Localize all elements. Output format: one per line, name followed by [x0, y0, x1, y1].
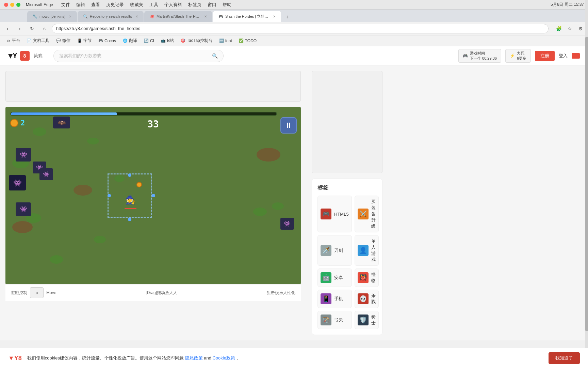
- address-bar[interactable]: https://zh.y8.com/games/slash_the_hordes: [52, 24, 549, 33]
- monster-3: 👾: [9, 175, 26, 190]
- bookmark-docs[interactable]: 📄文档工具: [24, 37, 52, 44]
- search-icon[interactable]: 🔍: [212, 53, 218, 59]
- tags-title: 标签: [317, 184, 377, 191]
- privacy-policy-link[interactable]: 隐私政策: [185, 355, 203, 361]
- register-button[interactable]: 注册: [535, 51, 555, 61]
- language-flag[interactable]: [572, 53, 580, 59]
- power-label: 力死6更多: [517, 51, 526, 61]
- close-tab-game[interactable]: ✕: [273, 15, 276, 18]
- menu-window[interactable]: 窗口: [208, 2, 216, 8]
- monster-6: 👾: [280, 218, 294, 230]
- bookmark-cocos[interactable]: 🎮Cocos: [96, 38, 119, 44]
- cookie-accept-button[interactable]: 我知道了: [549, 352, 580, 364]
- dirt-3: [74, 185, 92, 196]
- tags-section: 标签 🎮 HTML5 ⚔️ 买装备升级 🗡️ 刀剑 👤 单人游戏: [312, 179, 382, 335]
- minimize-dot[interactable]: [10, 3, 14, 7]
- cookie-text: 我们使用cookies建议内容，统计流量、个性化投放广告。使用这个网站您即同意 …: [27, 355, 543, 361]
- tag-html5[interactable]: 🎮 HTML5: [317, 196, 352, 232]
- forward-button[interactable]: ›: [15, 24, 24, 33]
- tab-game[interactable]: 🎮 Slash the Hordes | 立即免... ✕: [213, 11, 281, 22]
- tag-monster[interactable]: 👹 怪物: [355, 269, 379, 287]
- schedule-icon: 🎮: [463, 53, 468, 58]
- close-dot[interactable]: [4, 3, 8, 7]
- game-container[interactable]: 🦇 👾 👾 👾 👾 👾 👾 🧙: [5, 107, 301, 284]
- tag-knight-icon: 🛡️: [358, 315, 369, 325]
- login-button[interactable]: 登入: [559, 53, 568, 59]
- settings-button[interactable]: ⚙: [576, 24, 585, 33]
- close-tab-jenkins[interactable]: ✕: [69, 15, 71, 18]
- site-tab-label[interactable]: 策戏: [34, 53, 43, 59]
- search-placeholder: 搜索我们的9万款游戏: [59, 53, 101, 59]
- grass-8: [272, 202, 284, 210]
- tab-jenkins[interactable]: 🔧 mowu [Jenkins] ✕: [27, 11, 77, 22]
- monster-flying: 🦇: [53, 117, 70, 128]
- menu-edit[interactable]: 编辑: [76, 2, 85, 8]
- menu-bar: 文件 编辑 查看 历史记录 收藏夹 工具 个人资料 标签页 窗口 帮助: [61, 2, 231, 8]
- extensions-button[interactable]: 🧩: [554, 24, 564, 33]
- favorites-button[interactable]: ☆: [565, 24, 574, 33]
- bookmark-todo[interactable]: ✅TODO: [236, 38, 259, 44]
- tab-github[interactable]: 🐙 MartinKral/Slash-The-Hordes: ✕: [144, 11, 212, 22]
- tag-mobile-icon: 📱: [321, 293, 331, 304]
- cookie-end: 。: [236, 355, 241, 361]
- tag-equipment-icon: ⚔️: [358, 209, 369, 219]
- dirt-2: [12, 221, 33, 233]
- cookie-text-main: 我们使用cookies建议内容，统计流量、个性化投放广告。使用这个网站您即同意: [27, 355, 184, 361]
- power-icon: ⚡: [510, 53, 515, 58]
- bookmark-platform[interactable]: 🗂平台: [4, 37, 23, 44]
- power-button[interactable]: ⚡ 力死6更多: [505, 49, 531, 63]
- tag-kill-icon: 💀: [358, 293, 369, 304]
- tag-kill-label: 杀戮: [371, 293, 376, 305]
- tag-bow[interactable]: 🏹 弓矢: [317, 311, 352, 329]
- tag-knight[interactable]: 🛡️ 骑士: [355, 311, 379, 329]
- bookmark-taotap[interactable]: 🎯TaoTap控制台: [178, 37, 215, 44]
- monster-1: 👾: [16, 148, 31, 162]
- bookmarks-bar: 🗂平台 📄文档工具 💬微信 📱字节 🎮Cocos 🌐翻译 🔄CI 📺B站 🎯Ta…: [0, 35, 588, 46]
- url-text: https://zh.y8.com/games/slash_the_hordes: [56, 26, 140, 31]
- new-tab-button[interactable]: +: [282, 12, 292, 22]
- tag-single[interactable]: 👤 单人游戏: [355, 235, 379, 266]
- tag-kill[interactable]: 💀 杀戮: [355, 290, 379, 308]
- site-logo[interactable]: ▼Y 8 策戏: [8, 51, 43, 61]
- window-controls[interactable]: [4, 3, 20, 7]
- game-controls-bar: 遊戲控制 ⊕ Move [Drag]拖动放大人 狙击娱乐人性化: [5, 284, 301, 301]
- close-tab-repo[interactable]: ✕: [135, 15, 138, 18]
- page-scrollbar[interactable]: [585, 0, 588, 368]
- bookmark-ci[interactable]: 🔄CI: [141, 38, 157, 44]
- search-bar[interactable]: 搜索我们的9万款游戏 🔍: [53, 50, 224, 62]
- menu-tabs[interactable]: 标签页: [188, 2, 201, 8]
- cookie-policy-link[interactable]: Cookie政策: [212, 355, 235, 361]
- tag-mobile[interactable]: 📱 手机: [317, 290, 352, 308]
- bookmark-font[interactable]: 🔤font: [216, 38, 235, 44]
- tag-android[interactable]: 🤖 安卓: [317, 269, 352, 287]
- menu-help[interactable]: 帮助: [223, 2, 231, 8]
- menu-history[interactable]: 历史记录: [106, 2, 124, 8]
- menu-profile[interactable]: 个人资料: [164, 2, 182, 8]
- tag-mobile-label: 手机: [334, 296, 343, 302]
- menu-favorites[interactable]: 收藏夹: [130, 2, 143, 8]
- datetime: 5月6日 周二 15:37: [551, 2, 584, 7]
- share-label: 狙击娱乐人性化: [267, 290, 295, 296]
- tag-equipment[interactable]: ⚔️ 买装备升级: [355, 196, 379, 232]
- tag-sword[interactable]: 🗡️ 刀剑: [317, 235, 352, 266]
- drag-label: [Drag]拖动放大人: [146, 290, 177, 296]
- game-schedule-button[interactable]: 🎮 游戏时间下一个 00:29:36: [458, 49, 501, 63]
- bookmark-wechat[interactable]: 💬微信: [53, 37, 73, 44]
- bookmark-translate[interactable]: 🌐翻译: [120, 37, 140, 44]
- bookmark-byte[interactable]: 📱字节: [75, 37, 94, 44]
- maximize-dot[interactable]: [16, 3, 20, 7]
- cookie-logo: ▼Y8: [8, 355, 22, 362]
- range-dot-left: [108, 194, 111, 197]
- bookmark-bilibili[interactable]: 📺B站: [158, 37, 177, 44]
- menu-tools[interactable]: 工具: [149, 2, 158, 8]
- refresh-button[interactable]: ↻: [27, 24, 37, 33]
- range-dot-right: [152, 194, 155, 197]
- titlebar: Microsoft Edge 文件 编辑 查看 历史记录 收藏夹 工具 个人资料…: [0, 0, 588, 10]
- close-tab-github[interactable]: ✕: [204, 15, 207, 18]
- tab-repo[interactable]: 🔍 Repository search results ✕: [78, 11, 144, 22]
- menu-view[interactable]: 查看: [91, 2, 100, 8]
- back-button[interactable]: ‹: [3, 24, 12, 33]
- home-button[interactable]: ⌂: [39, 24, 49, 33]
- menu-file[interactable]: 文件: [61, 2, 70, 8]
- scrollbar-thumb[interactable]: [585, 37, 588, 331]
